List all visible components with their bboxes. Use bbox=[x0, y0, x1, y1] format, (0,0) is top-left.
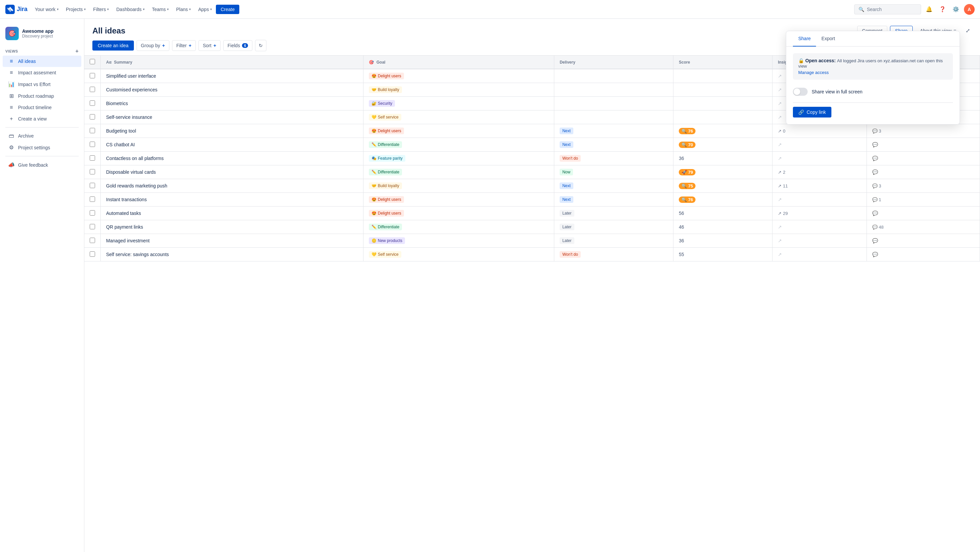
logo[interactable]: Jira bbox=[5, 5, 27, 14]
col-header-delivery[interactable]: Delivery bbox=[554, 56, 673, 69]
avatar[interactable]: A bbox=[964, 4, 975, 15]
refresh-button[interactable]: ↻ bbox=[255, 40, 266, 51]
col-header-score[interactable]: Score bbox=[673, 56, 773, 69]
delivery-badge[interactable]: Next bbox=[560, 141, 573, 148]
sidebar-item-product-roadmap[interactable]: ⊞ Product roadmap bbox=[3, 90, 81, 102]
sidebar-item-all-ideas[interactable]: ≡ All ideas bbox=[3, 56, 81, 67]
row-summary[interactable]: Automated tasks bbox=[101, 207, 363, 220]
sidebar-item-label: Product roadmap bbox=[18, 93, 54, 99]
row-checkbox[interactable] bbox=[90, 155, 95, 161]
row-checkbox[interactable] bbox=[90, 183, 95, 188]
sidebar-item-archive[interactable]: 🗃 Archive bbox=[3, 130, 81, 142]
col-header-goal[interactable]: 🎯 Goal bbox=[363, 56, 554, 69]
trending-icon: ↗ bbox=[778, 129, 781, 134]
row-checkbox[interactable] bbox=[90, 224, 95, 229]
row-summary[interactable]: Budgeting tool bbox=[101, 124, 363, 138]
copy-link-button[interactable]: 🔗 Copy link bbox=[793, 107, 831, 118]
nav-apps[interactable]: Apps ▾ bbox=[195, 5, 215, 14]
row-summary[interactable]: Customised experiences bbox=[101, 83, 363, 97]
goal-tag[interactable]: 😍 Delight users bbox=[369, 127, 404, 134]
col-header-summary[interactable]: Aα Summary bbox=[101, 56, 363, 69]
row-summary[interactable]: Instant transactions bbox=[101, 193, 363, 207]
row-checkbox[interactable] bbox=[90, 87, 95, 92]
tab-share[interactable]: Share bbox=[793, 31, 816, 46]
delivery-badge[interactable]: Now bbox=[560, 169, 573, 175]
project-header[interactable]: 🎯 Awesome app Discovery project bbox=[0, 24, 84, 46]
row-checkbox[interactable] bbox=[90, 142, 95, 147]
fullscreen-button[interactable]: ⤢ bbox=[964, 25, 972, 36]
goal-tag[interactable]: ✏️ Differentiate bbox=[369, 169, 402, 175]
sidebar-item-project-settings[interactable]: ⚙ Project settings bbox=[3, 142, 81, 153]
select-all-checkbox[interactable] bbox=[90, 59, 95, 64]
group-by-button[interactable]: Group by + bbox=[137, 40, 169, 51]
goal-tag[interactable]: 💛 Self service bbox=[369, 251, 401, 258]
sidebar-item-impact-assessment[interactable]: ≡ Impact assesment bbox=[3, 67, 81, 78]
goal-tag[interactable]: 😍 Delight users bbox=[369, 73, 404, 80]
goal-tag[interactable]: 🤝 Build loyalty bbox=[369, 183, 402, 189]
notifications-button[interactable]: 🔔 bbox=[924, 4, 934, 15]
delivery-badge[interactable]: Next bbox=[560, 127, 573, 134]
tab-export[interactable]: Export bbox=[816, 31, 840, 46]
nav-filters[interactable]: Filters ▾ bbox=[90, 5, 112, 14]
row-summary[interactable]: Self service: savings accounts bbox=[101, 248, 363, 261]
nav-teams[interactable]: Teams ▾ bbox=[149, 5, 172, 14]
goal-tag[interactable]: 🪙 New products bbox=[369, 237, 405, 244]
delivery-badge[interactable]: Won't do bbox=[560, 251, 581, 258]
fullscreen-toggle[interactable] bbox=[793, 88, 808, 96]
row-checkbox[interactable] bbox=[90, 100, 95, 106]
settings-button[interactable]: ⚙️ bbox=[951, 4, 961, 15]
sort-button[interactable]: Sort + bbox=[199, 40, 221, 51]
row-checkbox[interactable] bbox=[90, 210, 95, 216]
row-summary[interactable]: QR payment links bbox=[101, 220, 363, 234]
goal-tag[interactable]: 🎭 Feature parity bbox=[369, 155, 405, 162]
create-idea-button[interactable]: Create an idea bbox=[92, 40, 134, 51]
row-delivery: Next bbox=[554, 138, 673, 152]
add-view-icon[interactable]: + bbox=[75, 48, 79, 54]
nav-your-work[interactable]: Your work ▾ bbox=[32, 5, 62, 14]
goal-tag[interactable]: 😍 Delight users bbox=[369, 196, 404, 203]
goal-tag[interactable]: 💛 Self service bbox=[369, 114, 401, 121]
help-button[interactable]: ❓ bbox=[937, 4, 948, 15]
row-summary[interactable]: Biometrics bbox=[101, 97, 363, 110]
row-checkbox[interactable] bbox=[90, 251, 95, 257]
sidebar-item-give-feedback[interactable]: 📣 Give feedback bbox=[3, 159, 81, 171]
divider bbox=[793, 102, 953, 103]
row-checkbox[interactable] bbox=[90, 169, 95, 174]
manage-access-link[interactable]: Manage access bbox=[798, 70, 948, 75]
goal-tag[interactable]: 🤝 Build loyalty bbox=[369, 86, 402, 93]
row-checkbox[interactable] bbox=[90, 128, 95, 133]
delivery-badge[interactable]: Next bbox=[560, 196, 573, 203]
row-checkbox[interactable] bbox=[90, 238, 95, 243]
row-checkbox[interactable] bbox=[90, 114, 95, 119]
row-summary[interactable]: Disposable virtual cards bbox=[101, 165, 363, 179]
nav-projects[interactable]: Projects ▾ bbox=[63, 5, 89, 14]
delivery-badge[interactable]: Later bbox=[560, 224, 574, 230]
goal-tag[interactable]: 😍 Delight users bbox=[369, 210, 404, 216]
row-summary[interactable]: CS chatbot AI bbox=[101, 138, 363, 152]
row-summary[interactable]: Simplified user interface bbox=[101, 69, 363, 83]
delivery-badge[interactable]: Next bbox=[560, 183, 573, 189]
sidebar-item-impact-vs-effort[interactable]: 📊 Impact vs Effort bbox=[3, 78, 81, 90]
search-box[interactable]: 🔍 Search bbox=[854, 4, 921, 14]
row-summary[interactable]: Managed investment bbox=[101, 234, 363, 248]
sidebar-item-create-view[interactable]: + Create a view bbox=[3, 113, 81, 124]
row-summary[interactable]: Self-service insurance bbox=[101, 110, 363, 124]
row-checkbox[interactable] bbox=[90, 197, 95, 202]
row-summary[interactable]: Contactless on all platforms bbox=[101, 152, 363, 165]
nav-dashboards[interactable]: Dashboards ▾ bbox=[113, 5, 148, 14]
row-summary[interactable]: Gold rewards marketing push bbox=[101, 179, 363, 193]
row-checkbox-cell bbox=[84, 83, 101, 97]
goal-tag[interactable]: ✏️ Differentiate bbox=[369, 141, 402, 148]
delivery-badge[interactable]: Later bbox=[560, 210, 574, 216]
delivery-badge[interactable]: Won't do bbox=[560, 155, 581, 162]
delivery-badge[interactable]: Later bbox=[560, 237, 574, 244]
filter-button[interactable]: Filter + bbox=[172, 40, 196, 51]
fields-button[interactable]: Fields 6 bbox=[223, 40, 252, 51]
create-button[interactable]: Create bbox=[216, 5, 239, 14]
row-checkbox[interactable] bbox=[90, 73, 95, 78]
nav-plans[interactable]: Plans ▾ bbox=[173, 5, 194, 14]
goal-tag[interactable]: ✏️ Differentiate bbox=[369, 224, 402, 230]
feedback-icon: 📣 bbox=[8, 162, 15, 168]
sidebar-item-product-timeline[interactable]: ≡ Product timeline bbox=[3, 102, 81, 113]
goal-tag[interactable]: 🔐 Security bbox=[369, 100, 395, 107]
